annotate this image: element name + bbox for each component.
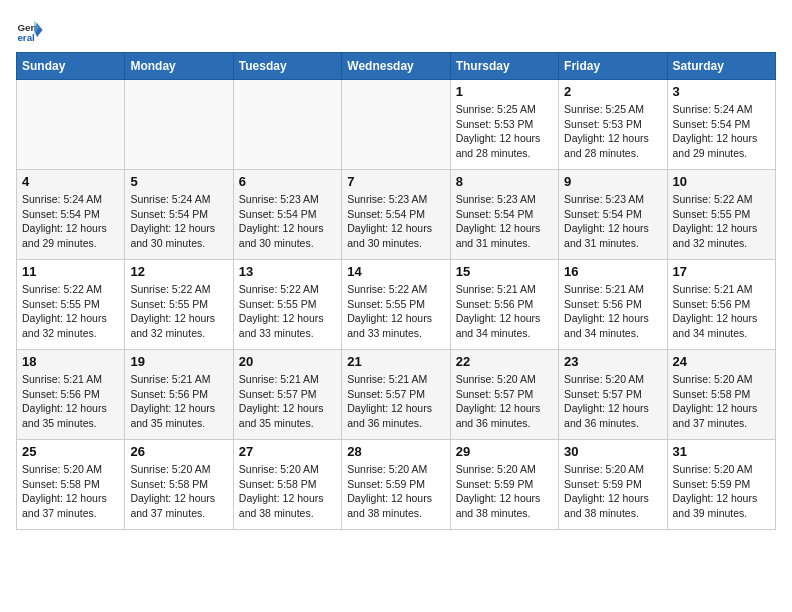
calendar-cell: 16Sunrise: 5:21 AM Sunset: 5:56 PM Dayli…: [559, 260, 667, 350]
day-info: Sunrise: 5:25 AM Sunset: 5:53 PM Dayligh…: [456, 102, 553, 161]
logo-icon: Gen eral: [16, 16, 44, 44]
calendar-cell: 6Sunrise: 5:23 AM Sunset: 5:54 PM Daylig…: [233, 170, 341, 260]
day-number: 31: [673, 444, 770, 459]
calendar-header-row: SundayMondayTuesdayWednesdayThursdayFrid…: [17, 53, 776, 80]
day-number: 16: [564, 264, 661, 279]
calendar-cell: 21Sunrise: 5:21 AM Sunset: 5:57 PM Dayli…: [342, 350, 450, 440]
day-info: Sunrise: 5:22 AM Sunset: 5:55 PM Dayligh…: [239, 282, 336, 341]
page-header: Gen eral: [16, 16, 776, 44]
day-number: 11: [22, 264, 119, 279]
calendar-cell: 27Sunrise: 5:20 AM Sunset: 5:58 PM Dayli…: [233, 440, 341, 530]
calendar-cell: 2Sunrise: 5:25 AM Sunset: 5:53 PM Daylig…: [559, 80, 667, 170]
day-number: 13: [239, 264, 336, 279]
calendar-cell: 31Sunrise: 5:20 AM Sunset: 5:59 PM Dayli…: [667, 440, 775, 530]
day-info: Sunrise: 5:21 AM Sunset: 5:56 PM Dayligh…: [564, 282, 661, 341]
day-number: 25: [22, 444, 119, 459]
calendar-cell: 23Sunrise: 5:20 AM Sunset: 5:57 PM Dayli…: [559, 350, 667, 440]
calendar-cell: 7Sunrise: 5:23 AM Sunset: 5:54 PM Daylig…: [342, 170, 450, 260]
day-info: Sunrise: 5:21 AM Sunset: 5:56 PM Dayligh…: [22, 372, 119, 431]
column-header-friday: Friday: [559, 53, 667, 80]
day-info: Sunrise: 5:20 AM Sunset: 5:59 PM Dayligh…: [347, 462, 444, 521]
day-info: Sunrise: 5:22 AM Sunset: 5:55 PM Dayligh…: [130, 282, 227, 341]
day-info: Sunrise: 5:20 AM Sunset: 5:57 PM Dayligh…: [564, 372, 661, 431]
day-info: Sunrise: 5:21 AM Sunset: 5:57 PM Dayligh…: [239, 372, 336, 431]
column-header-saturday: Saturday: [667, 53, 775, 80]
day-number: 28: [347, 444, 444, 459]
calendar-cell: 22Sunrise: 5:20 AM Sunset: 5:57 PM Dayli…: [450, 350, 558, 440]
calendar-week-2: 4Sunrise: 5:24 AM Sunset: 5:54 PM Daylig…: [17, 170, 776, 260]
day-number: 20: [239, 354, 336, 369]
calendar-cell: 19Sunrise: 5:21 AM Sunset: 5:56 PM Dayli…: [125, 350, 233, 440]
calendar-cell: 18Sunrise: 5:21 AM Sunset: 5:56 PM Dayli…: [17, 350, 125, 440]
day-number: 12: [130, 264, 227, 279]
day-number: 1: [456, 84, 553, 99]
day-info: Sunrise: 5:23 AM Sunset: 5:54 PM Dayligh…: [239, 192, 336, 251]
day-number: 27: [239, 444, 336, 459]
day-info: Sunrise: 5:23 AM Sunset: 5:54 PM Dayligh…: [347, 192, 444, 251]
day-number: 2: [564, 84, 661, 99]
calendar-cell: [125, 80, 233, 170]
calendar-week-1: 1Sunrise: 5:25 AM Sunset: 5:53 PM Daylig…: [17, 80, 776, 170]
day-info: Sunrise: 5:20 AM Sunset: 5:58 PM Dayligh…: [130, 462, 227, 521]
calendar-cell: 1Sunrise: 5:25 AM Sunset: 5:53 PM Daylig…: [450, 80, 558, 170]
calendar-table: SundayMondayTuesdayWednesdayThursdayFrid…: [16, 52, 776, 530]
day-info: Sunrise: 5:22 AM Sunset: 5:55 PM Dayligh…: [673, 192, 770, 251]
day-number: 9: [564, 174, 661, 189]
column-header-thursday: Thursday: [450, 53, 558, 80]
day-number: 26: [130, 444, 227, 459]
day-number: 8: [456, 174, 553, 189]
day-number: 10: [673, 174, 770, 189]
day-info: Sunrise: 5:24 AM Sunset: 5:54 PM Dayligh…: [673, 102, 770, 161]
day-number: 3: [673, 84, 770, 99]
column-header-sunday: Sunday: [17, 53, 125, 80]
column-header-wednesday: Wednesday: [342, 53, 450, 80]
calendar-cell: 28Sunrise: 5:20 AM Sunset: 5:59 PM Dayli…: [342, 440, 450, 530]
day-number: 17: [673, 264, 770, 279]
day-info: Sunrise: 5:23 AM Sunset: 5:54 PM Dayligh…: [456, 192, 553, 251]
calendar-cell: [342, 80, 450, 170]
day-info: Sunrise: 5:23 AM Sunset: 5:54 PM Dayligh…: [564, 192, 661, 251]
calendar-cell: 13Sunrise: 5:22 AM Sunset: 5:55 PM Dayli…: [233, 260, 341, 350]
calendar-cell: 29Sunrise: 5:20 AM Sunset: 5:59 PM Dayli…: [450, 440, 558, 530]
column-header-monday: Monday: [125, 53, 233, 80]
calendar-cell: [17, 80, 125, 170]
day-number: 14: [347, 264, 444, 279]
day-number: 6: [239, 174, 336, 189]
calendar-week-5: 25Sunrise: 5:20 AM Sunset: 5:58 PM Dayli…: [17, 440, 776, 530]
day-info: Sunrise: 5:24 AM Sunset: 5:54 PM Dayligh…: [130, 192, 227, 251]
day-number: 29: [456, 444, 553, 459]
day-number: 15: [456, 264, 553, 279]
calendar-body: 1Sunrise: 5:25 AM Sunset: 5:53 PM Daylig…: [17, 80, 776, 530]
day-number: 5: [130, 174, 227, 189]
day-info: Sunrise: 5:21 AM Sunset: 5:56 PM Dayligh…: [130, 372, 227, 431]
day-number: 30: [564, 444, 661, 459]
day-number: 22: [456, 354, 553, 369]
day-number: 7: [347, 174, 444, 189]
day-number: 18: [22, 354, 119, 369]
calendar-week-3: 11Sunrise: 5:22 AM Sunset: 5:55 PM Dayli…: [17, 260, 776, 350]
calendar-cell: 17Sunrise: 5:21 AM Sunset: 5:56 PM Dayli…: [667, 260, 775, 350]
day-info: Sunrise: 5:22 AM Sunset: 5:55 PM Dayligh…: [22, 282, 119, 341]
calendar-cell: 8Sunrise: 5:23 AM Sunset: 5:54 PM Daylig…: [450, 170, 558, 260]
day-number: 4: [22, 174, 119, 189]
calendar-cell: 12Sunrise: 5:22 AM Sunset: 5:55 PM Dayli…: [125, 260, 233, 350]
day-number: 21: [347, 354, 444, 369]
day-info: Sunrise: 5:20 AM Sunset: 5:59 PM Dayligh…: [456, 462, 553, 521]
calendar-cell: 9Sunrise: 5:23 AM Sunset: 5:54 PM Daylig…: [559, 170, 667, 260]
calendar-week-4: 18Sunrise: 5:21 AM Sunset: 5:56 PM Dayli…: [17, 350, 776, 440]
day-number: 24: [673, 354, 770, 369]
calendar-cell: 11Sunrise: 5:22 AM Sunset: 5:55 PM Dayli…: [17, 260, 125, 350]
calendar-cell: 5Sunrise: 5:24 AM Sunset: 5:54 PM Daylig…: [125, 170, 233, 260]
day-info: Sunrise: 5:20 AM Sunset: 5:58 PM Dayligh…: [239, 462, 336, 521]
column-header-tuesday: Tuesday: [233, 53, 341, 80]
logo: Gen eral: [16, 16, 48, 44]
calendar-cell: 30Sunrise: 5:20 AM Sunset: 5:59 PM Dayli…: [559, 440, 667, 530]
day-info: Sunrise: 5:22 AM Sunset: 5:55 PM Dayligh…: [347, 282, 444, 341]
calendar-cell: 10Sunrise: 5:22 AM Sunset: 5:55 PM Dayli…: [667, 170, 775, 260]
day-number: 19: [130, 354, 227, 369]
calendar-cell: 15Sunrise: 5:21 AM Sunset: 5:56 PM Dayli…: [450, 260, 558, 350]
calendar-cell: 14Sunrise: 5:22 AM Sunset: 5:55 PM Dayli…: [342, 260, 450, 350]
day-info: Sunrise: 5:20 AM Sunset: 5:59 PM Dayligh…: [673, 462, 770, 521]
day-info: Sunrise: 5:21 AM Sunset: 5:56 PM Dayligh…: [456, 282, 553, 341]
day-number: 23: [564, 354, 661, 369]
